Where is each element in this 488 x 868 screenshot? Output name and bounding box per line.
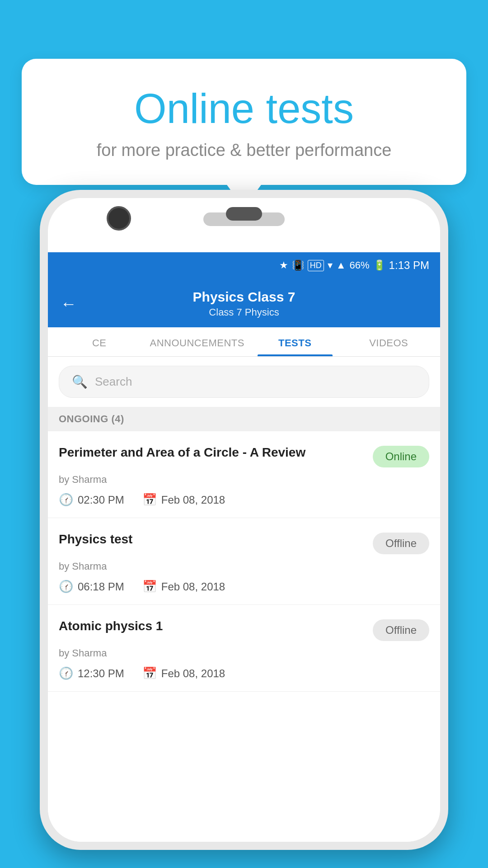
- test-time: 12:30 PM: [78, 667, 124, 680]
- tab-tests[interactable]: TESTS: [248, 327, 342, 356]
- tab-announcements[interactable]: ANNOUNCEMENTS: [146, 327, 248, 356]
- bubble-title: Online tests: [49, 86, 439, 132]
- phone-inner: ★ 📳 HD ▾ ▲ 66% 🔋 1:13 PM ← Physics Class…: [48, 198, 440, 842]
- wifi-icon: ▾: [328, 259, 333, 271]
- bluetooth-icon: ★: [279, 259, 288, 271]
- test-item-header: Atomic physics 1 Offline: [59, 618, 429, 641]
- screen: ★ 📳 HD ▾ ▲ 66% 🔋 1:13 PM ← Physics Class…: [48, 252, 440, 842]
- test-list: Perimeter and Area of a Circle - A Revie…: [48, 431, 440, 692]
- test-meta: 🕜 06:18 PM 📅 Feb 08, 2018: [59, 580, 429, 594]
- search-icon: 🔍: [72, 374, 88, 389]
- test-item[interactable]: Physics test Offline by Sharma 🕜 06:18 P…: [48, 518, 440, 605]
- test-item[interactable]: Atomic physics 1 Offline by Sharma 🕜 12:…: [48, 605, 440, 692]
- test-item-header: Perimeter and Area of a Circle - A Revie…: [59, 444, 429, 467]
- test-date: Feb 08, 2018: [161, 580, 225, 593]
- tab-ce[interactable]: CE: [52, 327, 146, 356]
- app-bar: ← Physics Class 7 Class 7 Physics: [48, 278, 440, 327]
- clock-icon: 🕜: [59, 580, 73, 594]
- clock-icon: 🕜: [59, 666, 73, 680]
- calendar-icon: 📅: [142, 666, 157, 680]
- back-button[interactable]: ←: [61, 294, 77, 313]
- app-bar-subtitle: Class 7 Physics: [88, 307, 400, 318]
- app-bar-title: Physics Class 7: [88, 289, 400, 305]
- date-meta: 📅 Feb 08, 2018: [142, 666, 225, 680]
- status-time: 1:13 PM: [389, 259, 429, 272]
- test-meta: 🕜 12:30 PM 📅 Feb 08, 2018: [59, 666, 429, 680]
- time-meta: 🕜 12:30 PM: [59, 666, 124, 680]
- date-meta: 📅 Feb 08, 2018: [142, 580, 225, 594]
- battery-percent: 66%: [350, 259, 370, 271]
- test-meta: 🕜 02:30 PM 📅 Feb 08, 2018: [59, 493, 429, 507]
- tabs-bar: CE ANNOUNCEMENTS TESTS VIDEOS: [48, 327, 440, 357]
- test-author: by Sharma: [59, 647, 429, 659]
- calendar-icon: 📅: [142, 493, 157, 507]
- clock-icon: 🕜: [59, 493, 73, 507]
- bubble-subtitle: for more practice & better performance: [49, 141, 439, 160]
- tab-videos[interactable]: VIDEOS: [342, 327, 436, 356]
- test-title: Physics test: [59, 531, 366, 548]
- test-author: by Sharma: [59, 561, 429, 572]
- signal-icon: ▲: [336, 259, 346, 271]
- calendar-icon: 📅: [142, 580, 157, 594]
- test-title: Atomic physics 1: [59, 618, 366, 635]
- battery-icon: 🔋: [373, 259, 385, 271]
- section-header: ONGOING (4): [48, 407, 440, 431]
- status-badge: Offline: [373, 533, 429, 554]
- status-badge: Online: [373, 446, 429, 467]
- status-badge: Offline: [373, 619, 429, 641]
- phone-camera: [107, 206, 131, 231]
- status-icons: ★ 📳 HD ▾ ▲ 66% 🔋 1:13 PM: [279, 259, 429, 272]
- test-author: by Sharma: [59, 474, 429, 486]
- search-placeholder: Search: [95, 375, 132, 389]
- test-time: 06:18 PM: [78, 580, 124, 593]
- test-date: Feb 08, 2018: [161, 667, 225, 680]
- phone-home-button: [226, 207, 262, 221]
- test-item-header: Physics test Offline: [59, 531, 429, 554]
- vibrate-icon: 📳: [292, 259, 304, 271]
- speech-bubble: Online tests for more practice & better …: [22, 59, 466, 185]
- app-bar-titles: Physics Class 7 Class 7 Physics: [88, 289, 400, 318]
- date-meta: 📅 Feb 08, 2018: [142, 493, 225, 507]
- phone-outer: ★ 📳 HD ▾ ▲ 66% 🔋 1:13 PM ← Physics Class…: [40, 190, 448, 850]
- search-container: 🔍 Search: [48, 357, 440, 407]
- test-title: Perimeter and Area of a Circle - A Revie…: [59, 444, 366, 461]
- test-time: 02:30 PM: [78, 494, 124, 506]
- time-meta: 🕜 02:30 PM: [59, 493, 124, 507]
- test-item[interactable]: Perimeter and Area of a Circle - A Revie…: [48, 431, 440, 518]
- search-box[interactable]: 🔍 Search: [59, 366, 429, 398]
- status-bar: ★ 📳 HD ▾ ▲ 66% 🔋 1:13 PM: [48, 252, 440, 278]
- hd-badge: HD: [308, 260, 324, 271]
- time-meta: 🕜 06:18 PM: [59, 580, 124, 594]
- phone-mockup: ★ 📳 HD ▾ ▲ 66% 🔋 1:13 PM ← Physics Class…: [40, 190, 448, 868]
- test-date: Feb 08, 2018: [161, 494, 225, 506]
